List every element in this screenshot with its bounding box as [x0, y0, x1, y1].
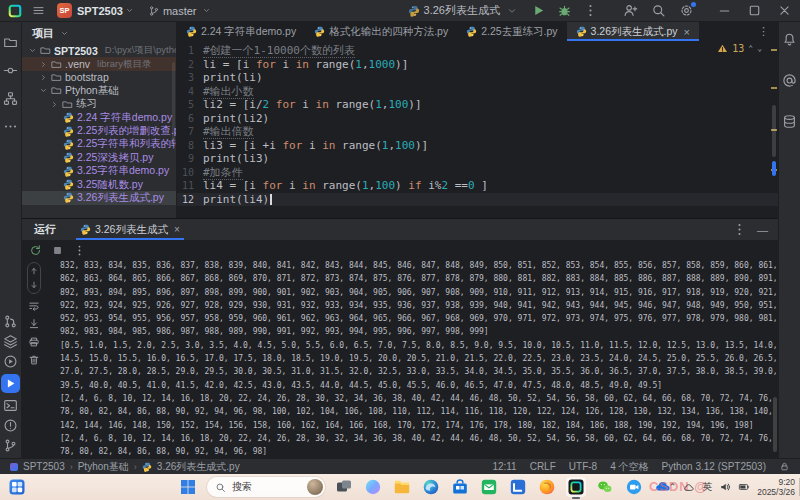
- git-tool-icon[interactable]: [3, 438, 18, 453]
- taskbar-search-box[interactable]: 搜索: [207, 477, 325, 497]
- close-button[interactable]: [777, 3, 792, 18]
- run-anything-icon[interactable]: [3, 354, 18, 369]
- maximize-button[interactable]: [747, 3, 762, 18]
- warning-stripe-mark[interactable]: [771, 49, 777, 51]
- code-editor[interactable]: 1#创建一个1-10000个数的列表2li = [i for i in rang…: [177, 41, 778, 218]
- tree-item[interactable]: 2.25字符串和列表的转换.py: [22, 138, 176, 151]
- taskbar-meeting-icon[interactable]: [624, 477, 644, 497]
- taskbar-taskview-icon[interactable]: [334, 477, 354, 497]
- code-line[interactable]: 6print(li2): [177, 112, 778, 126]
- status-item[interactable]: 12:11: [492, 461, 516, 472]
- search-everywhere-icon[interactable]: [651, 3, 666, 18]
- battery-icon[interactable]: [738, 481, 750, 493]
- editor-tab[interactable]: 3.26列表生成式.py×: [567, 22, 699, 41]
- main-menu-icon[interactable]: [32, 4, 45, 17]
- code-line[interactable]: 3print(li): [177, 71, 778, 85]
- project-scrollbar[interactable]: [172, 62, 175, 142]
- taskbar-start-icon[interactable]: [178, 477, 198, 497]
- more-tools-icon[interactable]: [3, 119, 18, 134]
- taskbar-store-icon[interactable]: [450, 477, 470, 497]
- taskbar-pycharm-icon[interactable]: [566, 477, 586, 497]
- console-scrollbar[interactable]: [773, 397, 777, 452]
- project-name[interactable]: SPT2503: [77, 5, 123, 17]
- widgets-icon[interactable]: [8, 478, 26, 496]
- project-chevron-icon[interactable]: [125, 6, 134, 15]
- code-line[interactable]: 7#输出倍数: [177, 125, 778, 139]
- soft-wrap-icon[interactable]: [28, 300, 40, 312]
- taskbar-lenovo-icon[interactable]: [508, 477, 528, 497]
- editor-tab[interactable]: 2.24 字符串demo.py: [177, 22, 305, 41]
- breadcrumb-item[interactable]: SPT2503: [23, 461, 65, 472]
- code-line[interactable]: 5li2 = [i/2 for i in range(1,100)]: [177, 98, 778, 112]
- run-panel-options-icon[interactable]: [732, 222, 747, 237]
- database-icon[interactable]: [782, 114, 797, 129]
- notifications-bell-icon[interactable]: [782, 32, 797, 47]
- code-line[interactable]: 11li4 = [i for i in range(1,100) if i%2 …: [177, 179, 778, 193]
- ai-assistant-icon[interactable]: [782, 73, 797, 88]
- tray-expand-icon[interactable]: ⌃: [669, 482, 677, 492]
- tree-item[interactable]: 3.26列表生成式.py: [22, 191, 176, 204]
- tree-item[interactable]: 3.25字符串demo.py: [22, 165, 176, 178]
- status-item[interactable]: UTF-8: [569, 461, 597, 472]
- tree-item[interactable]: SPT2503D:\pyx\项目\python\myflask: [22, 44, 176, 57]
- structure-tool-icon[interactable]: [3, 91, 18, 106]
- tree-item[interactable]: .venvlibrary根目录: [22, 57, 176, 70]
- settings-gear-icon[interactable]: [679, 3, 694, 18]
- more-run-actions-icon[interactable]: [583, 3, 598, 18]
- code-line[interactable]: 9print(li3): [177, 152, 778, 166]
- print-icon[interactable]: [28, 336, 40, 348]
- input-language-indicator[interactable]: 英: [702, 480, 712, 494]
- clock[interactable]: 9:20 2025/3/26: [757, 477, 795, 497]
- tree-item[interactable]: 3.25随机数.py: [22, 178, 176, 191]
- tree-item[interactable]: bootstrap: [22, 71, 176, 84]
- editor-tab[interactable]: 2.25去重练习.py: [457, 22, 566, 41]
- tree-item[interactable]: 练习: [22, 98, 176, 111]
- taskbar-edge-icon[interactable]: [421, 477, 441, 497]
- taskbar-copilot-icon[interactable]: [363, 477, 383, 497]
- warning-stripe-mark[interactable]: [771, 87, 777, 89]
- taskbar-mail-icon[interactable]: [479, 477, 499, 497]
- tree-item[interactable]: Ptyhon基础: [22, 84, 176, 97]
- chevron-right-icon[interactable]: [39, 60, 48, 69]
- editor-tab[interactable]: 格式化输出的四种方法.py: [305, 22, 457, 41]
- debug-button[interactable]: [557, 3, 572, 18]
- status-item[interactable]: 4 个空格: [610, 460, 648, 474]
- next-output-icon[interactable]: [29, 280, 39, 290]
- project-panel-header[interactable]: 项目: [22, 22, 176, 44]
- inspections-widget[interactable]: 13 ⌃ ⌄: [717, 43, 762, 54]
- chevron-down-icon[interactable]: [28, 46, 37, 55]
- taskbar-wechat-icon[interactable]: [595, 477, 615, 497]
- services-tool-icon[interactable]: [3, 334, 18, 349]
- tree-item[interactable]: 2.25列表的增删改查.py: [22, 124, 176, 137]
- console-output[interactable]: 832, 833, 834, 835, 836, 837, 838, 839, …: [46, 259, 778, 458]
- tab-options-icon[interactable]: ⋮: [758, 25, 770, 38]
- hide-panel-icon[interactable]: —: [757, 224, 768, 236]
- project-tool-icon[interactable]: [3, 35, 18, 50]
- scroll-to-end-icon[interactable]: [28, 318, 40, 330]
- clear-console-icon[interactable]: [28, 354, 40, 366]
- run-configuration-selector[interactable]: 3.26列表生成式: [408, 3, 520, 18]
- lock-icon[interactable]: [779, 461, 790, 472]
- stop-button[interactable]: [51, 244, 64, 257]
- taskbar-explorer-icon[interactable]: [392, 477, 412, 497]
- code-line[interactable]: 4#输出小数: [177, 85, 778, 99]
- run-more-icon[interactable]: [73, 244, 86, 257]
- vcs-branch-widget[interactable]: master: [148, 5, 213, 17]
- code-with-me-icon[interactable]: [623, 3, 638, 18]
- rerun-button[interactable]: [29, 244, 42, 257]
- chevron-right-icon[interactable]: [39, 73, 48, 82]
- tab-close-icon[interactable]: ×: [684, 26, 690, 38]
- prev-output-icon[interactable]: [29, 266, 39, 276]
- terminal-tool-icon[interactable]: [3, 398, 18, 413]
- commit-tool-icon[interactable]: [3, 63, 18, 78]
- chevron-down-icon[interactable]: [39, 86, 48, 95]
- next-warning-icon[interactable]: ⌄: [757, 44, 762, 53]
- minimize-button[interactable]: [717, 3, 732, 18]
- editor-scrollbar[interactable]: [772, 105, 776, 157]
- code-line[interactable]: 1#创建一个1-10000个数的列表: [177, 44, 778, 58]
- chevron-right-icon[interactable]: [50, 100, 59, 109]
- run-console-tab[interactable]: 3.26列表生成式 ×: [74, 219, 186, 240]
- breadcrumb-item[interactable]: Ptyhon基础: [78, 460, 129, 474]
- run-button[interactable]: [531, 3, 546, 18]
- prev-warning-icon[interactable]: ⌃: [748, 44, 753, 53]
